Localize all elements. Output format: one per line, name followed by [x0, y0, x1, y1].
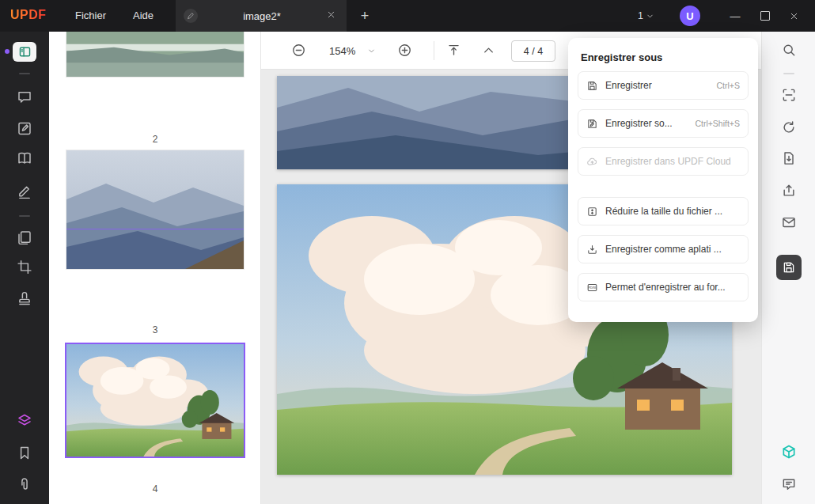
- window-count-value: 1: [638, 10, 643, 21]
- signature-icon[interactable]: [17, 184, 33, 200]
- save-menu-title: Enregistrer sous: [568, 38, 758, 71]
- chat-icon[interactable]: [781, 476, 797, 492]
- edit-icon[interactable]: [17, 120, 33, 137]
- zoom-out-button[interactable]: [291, 43, 306, 58]
- tab-close-icon[interactable]: [326, 9, 339, 22]
- widget-cube-icon[interactable]: [781, 444, 797, 460]
- right-tool-rail: [761, 32, 815, 504]
- save-icon[interactable]: [776, 255, 802, 280]
- cloud-upload-icon: [586, 156, 598, 168]
- tab-edit-icon: [184, 9, 198, 23]
- bookmark-icon[interactable]: [17, 445, 33, 461]
- menu-item-label: Enregistrer so...: [605, 118, 673, 129]
- zoom-level[interactable]: 154%: [329, 45, 355, 57]
- thumbnail-2-image: [66, 32, 244, 77]
- search-icon[interactable]: [781, 42, 797, 58]
- left-tool-rail: [0, 32, 49, 504]
- new-tab-button[interactable]: +: [356, 7, 373, 25]
- save-as-menu: Enregistrer sous Enregistrer Ctrl+S Enre…: [568, 38, 758, 322]
- window-count-dropdown[interactable]: 1: [638, 0, 654, 32]
- scroll-to-top-button[interactable]: [446, 43, 461, 58]
- rail-divider: [19, 215, 30, 217]
- title-bar: UPDF Fichier Aide image2* + 1 U —: [0, 0, 815, 32]
- page-indicator[interactable]: 4 / 4: [511, 40, 555, 62]
- extract-page-icon[interactable]: [781, 150, 797, 166]
- page-thumbnail-2[interactable]: [66, 32, 244, 77]
- rail-divider: [783, 73, 794, 74]
- menu-item-shortcut: Ctrl+S: [717, 81, 740, 90]
- menu-item-save[interactable]: Enregistrer Ctrl+S: [578, 71, 749, 100]
- thumbnail-4-label: 4: [49, 483, 261, 495]
- comment-icon[interactable]: [17, 89, 33, 105]
- zoom-dropdown-caret-icon[interactable]: [367, 47, 376, 55]
- menu-aide[interactable]: Aide: [127, 0, 160, 32]
- close-icon: [789, 11, 799, 21]
- zoom-in-button[interactable]: [397, 43, 412, 58]
- rail-divider: [19, 73, 30, 74]
- updf-logo: UPDF: [10, 8, 47, 22]
- active-tool-indicator: [5, 49, 9, 54]
- thumbnail-2-label: 2: [49, 134, 261, 145]
- page-thumbnail-3[interactable]: [66, 150, 244, 269]
- document-tab[interactable]: image2*: [176, 0, 347, 32]
- menu-item-save-pdfa-format[interactable]: Permet d'enregistrer au for...: [578, 273, 749, 301]
- thumbnail-3-image: [66, 150, 244, 269]
- thumbnail-4-image: [66, 344, 244, 457]
- attachment-icon[interactable]: [17, 476, 33, 493]
- menu-item-label: Permet d'enregistrer au for...: [605, 282, 726, 293]
- crop-icon[interactable]: [17, 259, 33, 275]
- maximize-icon: [760, 11, 770, 21]
- menu-item-save-updf-cloud: Enregistrer dans UPDF Cloud: [578, 147, 749, 176]
- menu-item-reduce-file-size[interactable]: Réduire la taille du fichier ...: [578, 197, 749, 225]
- menu-item-label: Enregistrer comme aplati ...: [605, 244, 722, 255]
- share-icon[interactable]: [781, 183, 797, 199]
- tab-title: image2*: [198, 10, 326, 22]
- ocr-icon[interactable]: [781, 87, 797, 103]
- save-icon: [586, 80, 598, 92]
- save-as-icon: [586, 118, 598, 130]
- organize-pages-icon[interactable]: [17, 229, 33, 246]
- menu-item-shortcut: Ctrl+Shift+S: [695, 119, 740, 128]
- previous-page-button[interactable]: [481, 43, 496, 58]
- menu-fichier[interactable]: Fichier: [69, 0, 112, 32]
- menu-item-label: Enregistrer: [605, 80, 652, 91]
- window-maximize-button[interactable]: [753, 0, 777, 32]
- window-minimize-button[interactable]: —: [723, 0, 747, 32]
- user-avatar[interactable]: U: [680, 6, 700, 26]
- flatten-download-icon: [586, 244, 598, 256]
- rotate-icon[interactable]: [781, 119, 797, 135]
- chevron-down-icon: [646, 12, 654, 21]
- pdfa-format-icon: [586, 282, 598, 294]
- reader-icon[interactable]: [17, 150, 33, 167]
- menu-item-label: Réduire la taille du fichier ...: [605, 206, 722, 217]
- menu-item-save-as[interactable]: Enregistrer so... Ctrl+Shift+S: [578, 109, 749, 138]
- thumbnail-3-label: 3: [49, 324, 261, 335]
- layers-icon[interactable]: [17, 412, 33, 429]
- menu-item-label: Enregistrer dans UPDF Cloud: [605, 156, 731, 167]
- menu-item-save-flattened[interactable]: Enregistrer comme aplati ...: [578, 235, 749, 263]
- thumbnail-panel: 2 3: [49, 32, 261, 504]
- page-thumbnails-icon[interactable]: [13, 42, 36, 62]
- viewport-position-indicator: [66, 229, 244, 229]
- stamp-icon[interactable]: [17, 290, 33, 307]
- window-close-button[interactable]: [782, 0, 806, 32]
- compress-file-icon: [586, 206, 598, 218]
- email-icon[interactable]: [781, 214, 797, 230]
- page-thumbnail-4[interactable]: [66, 344, 244, 457]
- toolbar-divider: [434, 41, 434, 60]
